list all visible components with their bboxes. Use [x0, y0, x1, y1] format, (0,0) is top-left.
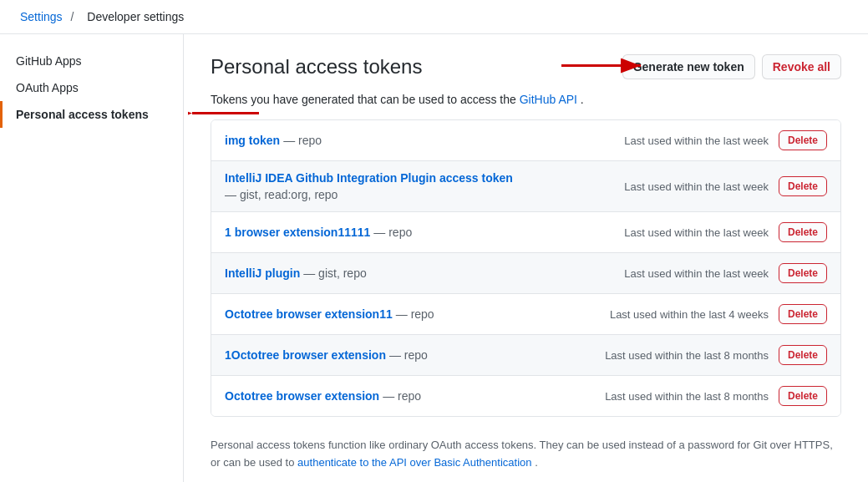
- token-scope: — repo: [389, 348, 428, 362]
- token-right: Last used within the last 4 weeks Delete: [610, 304, 827, 324]
- token-scope: — gist, repo: [303, 266, 366, 280]
- token-last-used: Last used within the last 8 months: [605, 390, 769, 403]
- token-right: Last used within the last week Delete: [624, 222, 827, 242]
- token-scope: — repo: [383, 389, 421, 403]
- token-left: 1Octotree browser extension — repo: [225, 348, 428, 362]
- main-content: Personal access tokens Generate new toke…: [184, 34, 868, 482]
- token-name[interactable]: img token: [225, 134, 280, 147]
- delete-button[interactable]: Delete: [779, 386, 827, 406]
- token-last-used: Last used within the last week: [624, 180, 769, 193]
- token-right: Last used within the last week Delete: [624, 263, 827, 283]
- delete-button[interactable]: Delete: [779, 263, 827, 283]
- footer-note-line2: or can be used to: [211, 456, 294, 469]
- token-left: Octotree browser extension — repo: [225, 389, 421, 403]
- sidebar-item-personal-access-tokens[interactable]: Personal access tokens: [0, 101, 183, 128]
- token-name[interactable]: Octotree browser extension11: [225, 307, 393, 321]
- delete-button[interactable]: Delete: [779, 222, 827, 242]
- sidebar-arrow-wrapper: GitHub Apps OAuth Apps Personal access t…: [0, 48, 183, 128]
- token-scope: — gist, read:org, repo: [225, 188, 338, 201]
- token-last-used: Last used within the last week: [624, 226, 769, 239]
- table-row: Octotree browser extension11 — repo Last…: [211, 294, 840, 335]
- token-name[interactable]: 1Octotree browser extension: [225, 348, 386, 362]
- description-end: .: [581, 93, 584, 106]
- token-scope: — repo: [373, 226, 412, 239]
- token-last-used: Last used within the last 4 weeks: [610, 308, 769, 321]
- sidebar-item-github-apps[interactable]: GitHub Apps: [0, 48, 183, 74]
- breadcrumb-separator: /: [70, 10, 74, 23]
- token-left: IntelliJ plugin — gist, repo: [225, 266, 367, 280]
- main-layout: GitHub Apps OAuth Apps Personal access t…: [0, 34, 868, 482]
- token-right: Last used within the last 8 months Delet…: [605, 345, 827, 365]
- breadcrumb: Settings / Developer settings: [0, 0, 868, 34]
- tokens-list: img token — repo Last used within the la…: [211, 119, 841, 417]
- token-left: img token — repo: [225, 134, 322, 147]
- description-text: Tokens you have generated that can be us…: [211, 93, 516, 106]
- token-left: Octotree browser extension11 — repo: [225, 307, 434, 321]
- page-title: Personal access tokens: [211, 55, 422, 79]
- token-name[interactable]: IntelliJ IDEA Github Integration Plugin …: [225, 171, 513, 185]
- token-name[interactable]: IntelliJ plugin: [225, 266, 300, 280]
- table-row: Octotree browser extension — repo Last u…: [211, 376, 840, 416]
- description: Tokens you have generated that can be us…: [211, 93, 841, 106]
- table-row: 1Octotree browser extension — repo Last …: [211, 335, 840, 376]
- settings-link[interactable]: Settings: [20, 10, 63, 23]
- token-last-used: Last used within the last 8 months: [605, 349, 769, 362]
- delete-button[interactable]: Delete: [779, 176, 827, 196]
- header-actions: Generate new token Revoke all: [622, 54, 841, 79]
- token-left: 1 browser extension11111 — repo: [225, 226, 412, 239]
- footer-note-text: Personal access tokens function like ord…: [211, 439, 833, 451]
- table-row: 1 browser extension11111 — repo Last use…: [211, 212, 840, 253]
- footer-note-end: .: [535, 456, 538, 469]
- generate-new-token-button[interactable]: Generate new token: [622, 54, 755, 79]
- token-right: Last used within the last week Delete: [624, 176, 827, 196]
- token-last-used: Last used within the last week: [624, 267, 769, 280]
- token-right: Last used within the last 8 months Delet…: [605, 386, 827, 406]
- basic-auth-link[interactable]: authenticate to the API over Basic Authe…: [297, 456, 531, 469]
- delete-button[interactable]: Delete: [779, 345, 827, 365]
- revoke-all-button[interactable]: Revoke all: [762, 54, 841, 79]
- sidebar: GitHub Apps OAuth Apps Personal access t…: [0, 34, 184, 482]
- footer-note: Personal access tokens function like ord…: [211, 437, 841, 472]
- token-scope: — repo: [396, 307, 434, 321]
- github-api-link[interactable]: GitHub API: [520, 93, 577, 106]
- token-name[interactable]: 1 browser extension11111: [225, 226, 370, 239]
- token-last-used: Last used within the last week: [624, 134, 769, 147]
- sidebar-item-oauth-apps[interactable]: OAuth Apps: [0, 74, 183, 101]
- breadcrumb-current: Developer settings: [87, 10, 184, 23]
- token-left: IntelliJ IDEA Github Integration Plugin …: [225, 171, 624, 201]
- token-right: Last used within the last week Delete: [624, 130, 827, 150]
- delete-button[interactable]: Delete: [779, 130, 827, 150]
- table-row: IntelliJ plugin — gist, repo Last used w…: [211, 253, 840, 294]
- table-row: img token — repo Last used within the la…: [211, 120, 840, 161]
- page-header: Personal access tokens Generate new toke…: [211, 54, 841, 79]
- token-scope: — repo: [283, 134, 322, 147]
- delete-button[interactable]: Delete: [779, 304, 827, 324]
- token-name[interactable]: Octotree browser extension: [225, 389, 379, 403]
- table-row: IntelliJ IDEA Github Integration Plugin …: [211, 161, 840, 212]
